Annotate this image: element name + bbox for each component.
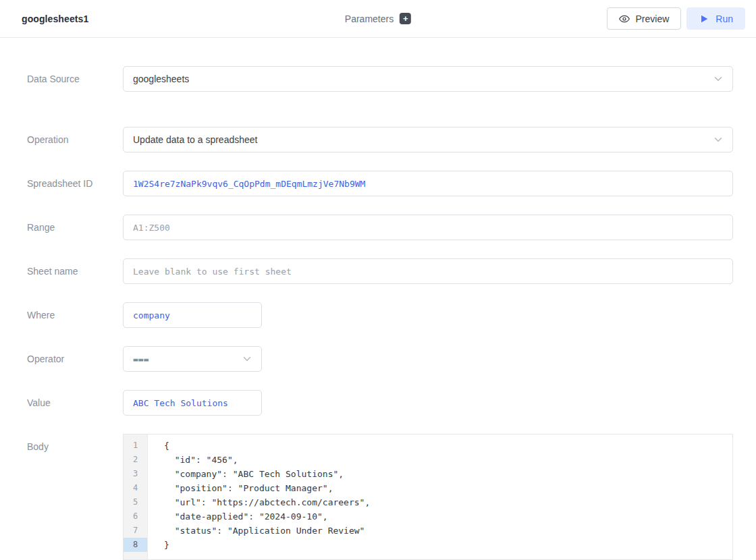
- code-line: "status": "Application Under Review": [164, 524, 732, 538]
- spreadsheet-id-row: Spreadsheet ID: [27, 171, 733, 196]
- sheet-name-label: Sheet name: [27, 258, 123, 284]
- query-name: googlesheets1: [22, 13, 88, 24]
- parameters-section: Parameters +: [345, 13, 411, 24]
- line-number: 8: [124, 538, 147, 552]
- operator-label: Operator: [27, 346, 123, 372]
- operation-label: Operation: [27, 127, 123, 152]
- value-label: Value: [27, 390, 123, 416]
- data-source-row: Data Source googlesheets: [27, 66, 733, 92]
- play-icon: [699, 13, 709, 24]
- range-row: Range: [27, 215, 733, 240]
- code-line: "company": "ABC Tech Solutions",: [164, 467, 732, 481]
- code-line: {: [164, 439, 732, 453]
- eye-icon: [619, 13, 630, 24]
- operation-select[interactable]: Update data to a spreadsheet: [123, 127, 733, 152]
- code-gutter: 12345678: [124, 435, 148, 559]
- body-row: Body 12345678 { "id": "456", "company": …: [27, 434, 733, 560]
- data-source-label: Data Source: [27, 66, 123, 92]
- parameters-label: Parameters: [345, 13, 394, 24]
- spreadsheet-id-label: Spreadsheet ID: [27, 171, 123, 196]
- chevron-down-icon: [712, 73, 724, 85]
- operation-row: Operation Update data to a spreadsheet: [27, 127, 733, 152]
- preview-button[interactable]: Preview: [607, 7, 682, 30]
- operator-select[interactable]: ===: [123, 346, 262, 372]
- spreadsheet-id-input[interactable]: [123, 171, 733, 196]
- line-number: 7: [124, 524, 147, 538]
- header-actions: Preview Run: [607, 7, 745, 30]
- code-line: "position": "Product Manager",: [164, 481, 732, 495]
- chevron-down-icon: [241, 353, 253, 365]
- preview-button-label: Preview: [636, 13, 670, 24]
- code-line: "id": "456",: [164, 453, 732, 467]
- where-label: Where: [27, 302, 123, 328]
- value-input[interactable]: [123, 390, 262, 416]
- operator-row: Operator ===: [27, 346, 733, 372]
- data-source-select[interactable]: googlesheets: [123, 66, 733, 92]
- body-code-editor[interactable]: 12345678 { "id": "456", "company": "ABC …: [123, 434, 733, 560]
- data-source-value: googlesheets: [133, 74, 189, 84]
- value-row: Value: [27, 390, 733, 416]
- where-input[interactable]: [123, 302, 262, 328]
- code-line: "url": "https://abctech.com/careers",: [164, 495, 732, 509]
- code-line: }: [164, 538, 732, 552]
- body-label: Body: [27, 434, 123, 560]
- line-number: 6: [124, 509, 147, 524]
- operator-value: ===: [133, 354, 148, 364]
- chevron-down-icon: [712, 134, 724, 146]
- line-number: 5: [124, 495, 147, 509]
- line-number: 1: [124, 439, 147, 453]
- sheet-name-row: Sheet name: [27, 258, 733, 284]
- code-lines: { "id": "456", "company": "ABC Tech Solu…: [148, 435, 732, 559]
- query-header: googlesheets1 Parameters + Preview Run: [0, 0, 756, 38]
- line-number: 4: [124, 481, 147, 495]
- line-number: 2: [124, 453, 147, 467]
- sheet-name-input[interactable]: [123, 258, 733, 284]
- run-button-label: Run: [716, 13, 733, 24]
- line-number: 3: [124, 467, 147, 481]
- add-parameter-button[interactable]: +: [400, 13, 411, 24]
- code-line: "date-applied": "2024-09-10",: [164, 509, 732, 524]
- range-label: Range: [27, 215, 123, 240]
- query-form: Data Source googlesheets Operation Updat…: [0, 38, 756, 560]
- where-row: Where: [27, 302, 733, 328]
- range-input[interactable]: [123, 215, 733, 240]
- operation-value: Update data to a spreadsheet: [133, 134, 257, 145]
- run-button[interactable]: Run: [686, 7, 745, 30]
